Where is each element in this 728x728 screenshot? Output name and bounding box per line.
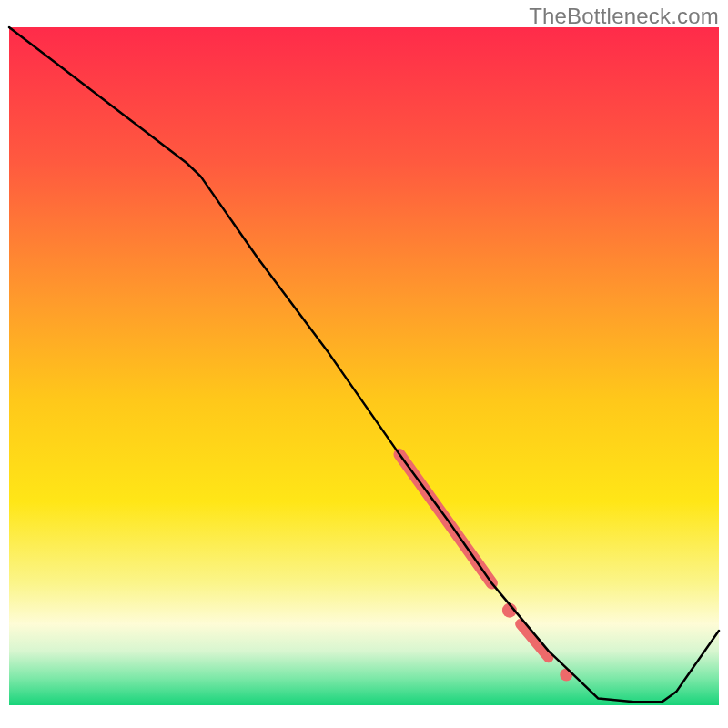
chart-svg (0, 0, 728, 728)
plot-background (9, 27, 719, 705)
watermark-text: TheBottleneck.com (529, 4, 719, 29)
chart-container: TheBottleneck.com (0, 0, 728, 728)
dot-2 (560, 668, 572, 681)
